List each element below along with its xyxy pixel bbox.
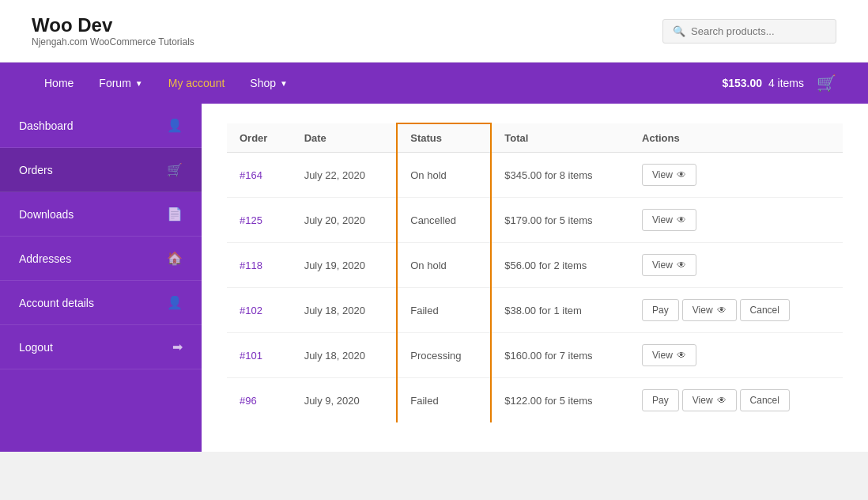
- order-link[interactable]: #164: [240, 169, 262, 181]
- downloads-icon: 📄: [167, 206, 183, 222]
- order-actions: PayView 👁Cancel: [629, 288, 843, 333]
- order-link[interactable]: #118: [240, 259, 262, 271]
- search-icon: 🔍: [673, 25, 685, 37]
- sidebar-item-orders[interactable]: Orders 🛒: [0, 148, 202, 192]
- cart-icon[interactable]: 🛒: [817, 74, 836, 93]
- order-status: On hold: [397, 243, 491, 288]
- order-status: Failed: [397, 288, 491, 333]
- eye-icon: 👁: [677, 259, 686, 271]
- order-actions: View 👁: [629, 243, 843, 288]
- order-date: July 18, 2020: [292, 333, 398, 378]
- chevron-down-icon: ▼: [280, 79, 288, 88]
- nav-forum[interactable]: Forum ▼: [86, 62, 155, 104]
- order-link[interactable]: #96: [240, 395, 257, 407]
- search-input[interactable]: [691, 25, 826, 37]
- site-tagline: Njengah.com WooCommerce Tutorials: [32, 36, 194, 47]
- order-actions: PayView 👁Cancel: [629, 378, 843, 423]
- view-button[interactable]: View 👁: [642, 344, 696, 366]
- sidebar-item-account-details[interactable]: Account details 👤: [0, 281, 202, 325]
- order-date: July 20, 2020: [292, 198, 398, 243]
- site-branding: Woo Dev Njengah.com WooCommerce Tutorial…: [32, 14, 194, 47]
- addresses-icon: 🏠: [167, 251, 183, 266]
- col-header-total: Total: [491, 123, 629, 153]
- nav-links: Home Forum ▼ My account Shop ▼: [32, 62, 300, 104]
- eye-icon: 👁: [717, 305, 726, 316]
- nav-home[interactable]: Home: [32, 62, 86, 104]
- page-content: Dashboard 👤 Orders 🛒 Downloads 📄 Address…: [0, 104, 868, 452]
- col-header-date: Date: [292, 123, 398, 153]
- nav-cart: $153.00 4 items 🛒: [722, 74, 836, 93]
- order-date: July 9, 2020: [292, 378, 398, 423]
- view-button[interactable]: View 👁: [642, 164, 696, 186]
- eye-icon: 👁: [677, 214, 686, 225]
- account-icon: 👤: [167, 295, 183, 310]
- order-status: On hold: [397, 153, 491, 198]
- order-total: $160.00 for 7 items: [491, 333, 629, 378]
- view-button[interactable]: View 👁: [642, 209, 696, 231]
- sidebar-item-dashboard[interactable]: Dashboard 👤: [0, 104, 202, 148]
- col-header-status: Status: [397, 123, 491, 153]
- order-date: July 22, 2020: [292, 153, 398, 198]
- order-status: Cancelled: [397, 198, 491, 243]
- order-actions: View 👁: [629, 153, 843, 198]
- chevron-down-icon: ▼: [135, 79, 143, 88]
- order-link[interactable]: #101: [240, 350, 262, 362]
- col-header-actions: Actions: [629, 123, 843, 153]
- main-nav: Home Forum ▼ My account Shop ▼ $153.00 4…: [0, 62, 868, 104]
- table-row: #96 July 9, 2020 Failed $122.00 for 5 it…: [227, 378, 843, 423]
- order-date: July 18, 2020: [292, 288, 398, 333]
- logout-icon: ➡: [172, 339, 183, 354]
- order-status: Failed: [397, 378, 491, 423]
- orders-table: Order Date Status Total Actions #164 Jul…: [227, 123, 843, 422]
- order-actions: View 👁: [629, 198, 843, 243]
- view-button[interactable]: View 👁: [682, 299, 737, 321]
- order-total: $345.00 for 8 items: [491, 153, 629, 198]
- order-status: Processing: [397, 333, 491, 378]
- order-total: $56.00 for 2 items: [491, 243, 629, 288]
- col-header-order: Order: [227, 123, 292, 153]
- nav-my-account[interactable]: My account: [156, 62, 238, 104]
- cart-total: $153.00 4 items: [722, 77, 804, 89]
- eye-icon: 👁: [677, 350, 686, 361]
- eye-icon: 👁: [677, 169, 686, 180]
- order-number: #102: [227, 288, 292, 333]
- dashboard-icon: 👤: [167, 118, 183, 133]
- nav-shop[interactable]: Shop ▼: [237, 62, 300, 104]
- sidebar-label-logout: Logout: [19, 341, 53, 354]
- cancel-button[interactable]: Cancel: [740, 389, 790, 411]
- site-header: Woo Dev Njengah.com WooCommerce Tutorial…: [0, 0, 868, 62]
- table-row: #101 July 18, 2020 Processing $160.00 fo…: [227, 333, 843, 378]
- sidebar-item-logout[interactable]: Logout ➡: [0, 325, 202, 369]
- order-link[interactable]: #102: [240, 305, 262, 316]
- table-row: #164 July 22, 2020 On hold $345.00 for 8…: [227, 153, 843, 198]
- order-number: #118: [227, 243, 292, 288]
- sidebar-item-downloads[interactable]: Downloads 📄: [0, 192, 202, 237]
- sidebar-label-orders: Orders: [19, 164, 53, 176]
- site-title: Woo Dev: [32, 14, 194, 36]
- order-total: $179.00 for 5 items: [491, 198, 629, 243]
- view-button[interactable]: View 👁: [642, 254, 696, 276]
- order-number: #125: [227, 198, 292, 243]
- order-number: #101: [227, 333, 292, 378]
- pay-button[interactable]: Pay: [642, 299, 679, 321]
- order-total: $122.00 for 5 items: [491, 378, 629, 423]
- sidebar-label-account-details: Account details: [19, 297, 94, 309]
- sidebar-item-addresses[interactable]: Addresses 🏠: [0, 237, 202, 281]
- order-actions: View 👁: [629, 333, 843, 378]
- sidebar-label-addresses: Addresses: [19, 252, 71, 265]
- order-total: $38.00 for 1 item: [491, 288, 629, 333]
- order-date: July 19, 2020: [292, 243, 398, 288]
- order-number: #96: [227, 378, 292, 423]
- sidebar-label-dashboard: Dashboard: [19, 119, 74, 132]
- order-number: #164: [227, 153, 292, 198]
- orders-icon: 🛒: [167, 162, 183, 177]
- table-row: #118 July 19, 2020 On hold $56.00 for 2 …: [227, 243, 843, 288]
- main-content: Order Date Status Total Actions #164 Jul…: [202, 104, 868, 452]
- order-link[interactable]: #125: [240, 214, 262, 226]
- cancel-button[interactable]: Cancel: [740, 299, 790, 321]
- pay-button[interactable]: Pay: [642, 389, 679, 411]
- eye-icon: 👁: [717, 395, 726, 406]
- table-row: #125 July 20, 2020 Cancelled $179.00 for…: [227, 198, 843, 243]
- search-bar[interactable]: 🔍: [662, 19, 836, 44]
- view-button[interactable]: View 👁: [682, 389, 737, 411]
